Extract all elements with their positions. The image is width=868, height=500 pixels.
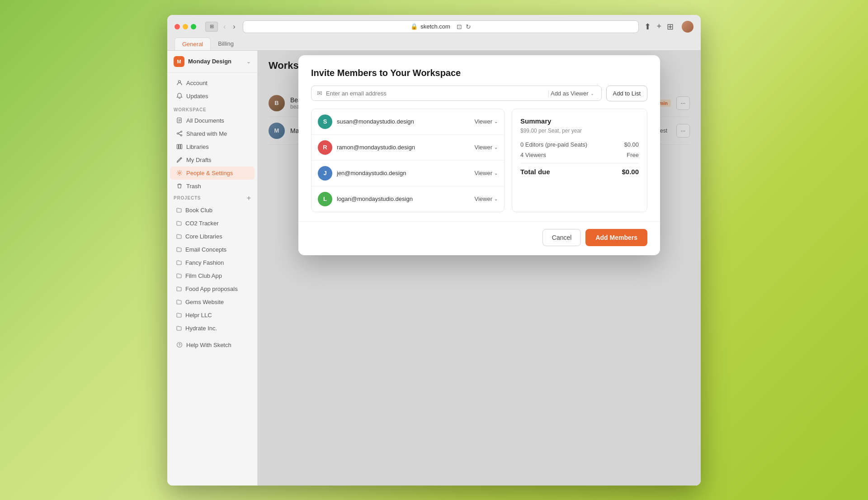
member-email: jen@mondaystudio.design bbox=[337, 170, 470, 176]
minimize-button[interactable] bbox=[183, 24, 188, 29]
member-role-selector[interactable]: Viewer ⌄ bbox=[474, 195, 498, 202]
role-value: Viewer bbox=[474, 195, 492, 202]
folder-icon bbox=[176, 286, 182, 291]
sidebar-project-helpr[interactable]: Helpr LLC bbox=[170, 309, 255, 322]
folder-icon bbox=[176, 220, 182, 226]
share-icon[interactable]: ⬆ bbox=[644, 22, 651, 32]
projects-section-header: PROJECTS + bbox=[167, 193, 257, 204]
sidebar-item-people[interactable]: People & Settings bbox=[170, 167, 255, 180]
tabs-icon[interactable]: ⊞ bbox=[667, 22, 674, 32]
back-button[interactable]: ‹ bbox=[222, 22, 227, 32]
sidebar-nav: Account Updates WORKSPACE All Documents … bbox=[167, 73, 257, 355]
project-label: Core Libraries bbox=[185, 233, 222, 240]
viewers-label: 4 Viewers bbox=[520, 152, 546, 158]
invite-modal: Invite Members to Your Workspace ✉ Add a… bbox=[298, 55, 660, 255]
refresh-icon[interactable]: ↻ bbox=[466, 23, 471, 30]
workspace-chevron-icon[interactable]: ⌄ bbox=[246, 58, 251, 65]
workspace-icon: M bbox=[174, 56, 184, 67]
account-label: Account bbox=[186, 80, 208, 86]
forward-button[interactable]: › bbox=[231, 22, 237, 32]
tab-general[interactable]: General bbox=[175, 38, 211, 50]
svg-point-2 bbox=[181, 131, 182, 133]
sidebar-item-help[interactable]: Help With Sketch bbox=[170, 338, 255, 352]
member-role-selector[interactable]: Viewer ⌄ bbox=[474, 144, 498, 151]
people-label: People & Settings bbox=[186, 170, 233, 176]
project-label: Helpr LLC bbox=[185, 312, 212, 319]
add-project-button[interactable]: + bbox=[247, 195, 251, 202]
new-tab-icon[interactable]: + bbox=[656, 22, 661, 31]
modal-footer: Cancel Add Members bbox=[298, 221, 660, 255]
member-role-selector[interactable]: Viewer ⌄ bbox=[474, 170, 498, 176]
sidebar-project-gems[interactable]: Gems Website bbox=[170, 295, 255, 309]
summary-editors-row: 0 Editors (pre-paid Seats) $0.00 bbox=[520, 141, 639, 148]
sidebar-item-all-docs[interactable]: All Documents bbox=[170, 114, 255, 127]
list-item: L logan@mondaystudio.design Viewer ⌄ bbox=[311, 186, 504, 212]
workspace-name: Monday Design bbox=[188, 58, 231, 65]
project-label: Fancy Fashion bbox=[185, 259, 224, 266]
total-label: Total due bbox=[520, 168, 550, 176]
sidebar-item-shared[interactable]: Shared with Me bbox=[170, 127, 255, 140]
user-avatar[interactable] bbox=[682, 21, 693, 33]
url-text: sketch.com bbox=[420, 23, 450, 30]
sidebar-item-account[interactable]: Account bbox=[170, 76, 255, 90]
folder-icon bbox=[176, 273, 182, 278]
email-icon: ✉ bbox=[317, 90, 322, 97]
workspace-info: M Monday Design bbox=[174, 56, 231, 67]
list-item: R ramon@mondaystudio.design Viewer ⌄ bbox=[311, 135, 504, 161]
sidebar-toggle-button[interactable]: ⊞ bbox=[205, 22, 218, 32]
folder-icon bbox=[176, 247, 182, 252]
summary-total-row: Total due $0.00 bbox=[520, 168, 639, 176]
sidebar-item-libraries[interactable]: Libraries bbox=[170, 140, 255, 153]
role-value: Viewer bbox=[474, 118, 492, 125]
sidebar-project-core[interactable]: Core Libraries bbox=[170, 230, 255, 243]
folder-icon bbox=[176, 312, 182, 318]
browser-controls: ⊞ ‹ › bbox=[205, 22, 237, 32]
member-email: ramon@mondaystudio.design bbox=[337, 144, 470, 151]
sidebar-item-updates[interactable]: Updates bbox=[170, 90, 255, 103]
add-to-list-button[interactable]: Add to List bbox=[606, 86, 647, 101]
close-button[interactable] bbox=[175, 24, 180, 29]
avatar: J bbox=[318, 166, 332, 181]
sidebar-item-drafts[interactable]: My Drafts bbox=[170, 153, 255, 167]
folder-icon bbox=[176, 299, 182, 305]
email-input-wrapper[interactable]: ✉ Add as Viewer ⌄ bbox=[311, 86, 602, 101]
address-bar[interactable]: 🔒 sketch.com ⊡ ↻ bbox=[243, 20, 639, 33]
sidebar-project-film[interactable]: Film Club App bbox=[170, 269, 255, 282]
member-role-selector[interactable]: Viewer ⌄ bbox=[474, 118, 498, 125]
sidebar-item-trash[interactable]: Trash bbox=[170, 180, 255, 193]
sidebar-project-email[interactable]: Email Concepts bbox=[170, 243, 255, 256]
add-members-button[interactable]: Add Members bbox=[585, 229, 647, 246]
modal-body: Invite Members to Your Workspace ✉ Add a… bbox=[298, 55, 660, 221]
role-selector[interactable]: Add as Viewer ⌄ bbox=[548, 90, 596, 97]
viewers-value: Free bbox=[627, 152, 639, 158]
sidebar-project-book-club[interactable]: Book Club bbox=[170, 204, 255, 217]
sidebar-project-food[interactable]: Food App proposals bbox=[170, 282, 255, 295]
avatar: R bbox=[318, 140, 332, 155]
members-list: S susan@mondaystudio.design Viewer ⌄ R bbox=[311, 109, 505, 212]
reader-icon[interactable]: ⊡ bbox=[457, 23, 462, 30]
role-label: Add as Viewer bbox=[551, 90, 589, 97]
summary-divider bbox=[520, 163, 639, 163]
doc-icon bbox=[176, 117, 183, 124]
role-chevron-icon: ⌄ bbox=[494, 171, 498, 176]
updates-label: Updates bbox=[186, 93, 208, 100]
cancel-button[interactable]: Cancel bbox=[542, 229, 581, 246]
trash-icon bbox=[176, 183, 183, 189]
invite-row: ✉ Add as Viewer ⌄ Add to List bbox=[311, 86, 647, 101]
tab-billing[interactable]: Billing bbox=[211, 38, 241, 50]
member-email: logan@mondaystudio.design bbox=[337, 195, 470, 202]
folder-icon bbox=[176, 260, 182, 265]
project-label: Email Concepts bbox=[185, 246, 226, 253]
sidebar-project-hydrate[interactable]: Hydrate Inc. bbox=[170, 322, 255, 335]
help-icon bbox=[176, 342, 183, 348]
email-input[interactable] bbox=[326, 90, 545, 97]
member-email: susan@mondaystudio.design bbox=[337, 118, 470, 125]
main-content: Workspace B Beau Bekkenenks beau@mondays… bbox=[258, 51, 701, 486]
summary-subtitle: $99.00 per Seat, per year bbox=[520, 128, 639, 134]
role-value: Viewer bbox=[474, 144, 492, 151]
sidebar-project-co2[interactable]: CO2 Tracker bbox=[170, 217, 255, 230]
help-label: Help With Sketch bbox=[186, 342, 231, 348]
fullscreen-button[interactable] bbox=[191, 24, 196, 29]
sidebar-project-fancy[interactable]: Fancy Fashion bbox=[170, 256, 255, 269]
settings-icon bbox=[176, 170, 183, 176]
